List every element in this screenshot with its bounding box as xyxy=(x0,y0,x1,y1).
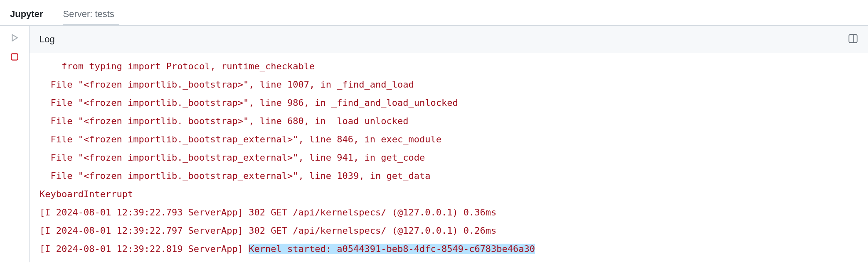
svg-rect-1 xyxy=(849,34,857,43)
panel-layout-icon[interactable] xyxy=(848,34,858,45)
log-line: File "<frozen importlib._bootstrap>", li… xyxy=(39,112,858,130)
log-output[interactable]: from typing import Protocol, runtime_che… xyxy=(29,53,868,262)
run-icon[interactable] xyxy=(10,33,19,42)
log-line: KeyboardInterrupt xyxy=(39,185,858,203)
log-line: [I 2024-08-01 12:39:22.793 ServerApp] 30… xyxy=(39,203,858,222)
log-line: [I 2024-08-01 12:39:22.819 ServerApp] Ke… xyxy=(39,240,858,258)
log-line: File "<frozen importlib._bootstrap_exter… xyxy=(39,130,858,149)
stop-icon[interactable] xyxy=(10,52,19,61)
log-panel: Log from typing import Protocol, runtime… xyxy=(29,26,868,264)
tab-bar: Jupyter Server: tests xyxy=(0,0,868,26)
log-highlight: Kernel started: a0544391-beb8-4dfc-8549-… xyxy=(249,244,535,254)
log-line: File "<frozen importlib._bootstrap_exter… xyxy=(39,167,858,185)
content-row: Log from typing import Protocol, runtime… xyxy=(0,26,868,264)
log-line: from typing import Protocol, runtime_che… xyxy=(39,57,858,76)
log-line: File "<frozen importlib._bootstrap>", li… xyxy=(39,94,858,112)
tab-jupyter[interactable]: Jupyter xyxy=(0,3,53,25)
cell-gutter xyxy=(0,26,29,264)
log-line: File "<frozen importlib._bootstrap>", li… xyxy=(39,76,858,94)
log-title: Log xyxy=(39,34,55,45)
log-header: Log xyxy=(29,26,868,53)
log-line: File "<frozen importlib._bootstrap_exter… xyxy=(39,149,858,167)
tab-server-tests[interactable]: Server: tests xyxy=(53,3,124,25)
svg-rect-0 xyxy=(11,54,17,60)
log-line: [I 2024-08-01 12:39:22.797 ServerApp] 30… xyxy=(39,222,858,240)
